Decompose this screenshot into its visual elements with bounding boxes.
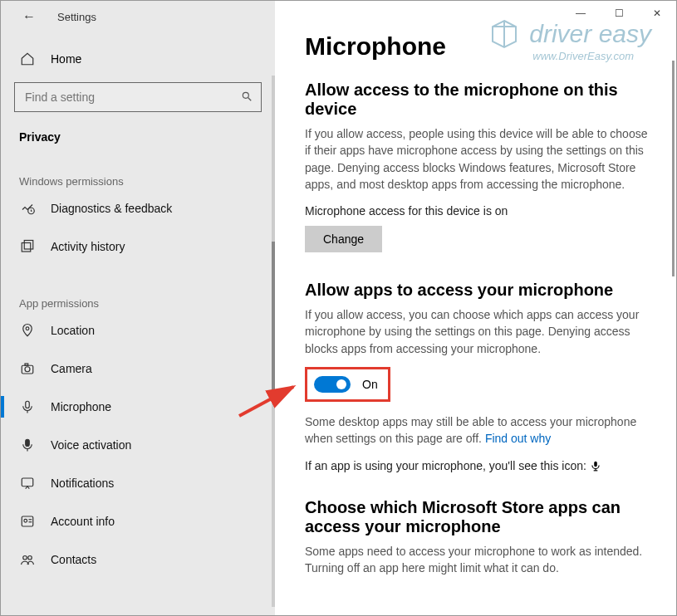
sidebar-item-label: Microphone (51, 400, 111, 413)
section3-heading: Choose which Microsoft Store apps can ac… (305, 498, 656, 536)
diagnostics-icon (19, 201, 36, 216)
svg-rect-9 (26, 401, 30, 408)
toggle-knob (336, 379, 346, 389)
window-title: Settings (57, 11, 96, 23)
section1-status: Microphone access for this device is on (305, 204, 656, 218)
sidebar: ← Settings Home Privacy Windows permissi… (1, 1, 275, 615)
sidebar-current-section: Privacy (1, 130, 275, 144)
svg-rect-4 (24, 241, 33, 250)
sidebar-item-label: Diagnostics & feedback (51, 202, 172, 215)
svg-rect-11 (26, 439, 30, 446)
svg-point-18 (23, 556, 27, 560)
sidebar-item-location[interactable]: Location (1, 311, 275, 350)
section3-body: Some apps need to access your microphone… (305, 543, 656, 577)
section2-note: Some desktop apps may still be able to a… (305, 413, 656, 447)
sidebar-item-label: Voice activation (51, 438, 131, 452)
page-title: Microphone (305, 32, 656, 61)
search-box[interactable] (14, 82, 262, 112)
search-icon (241, 90, 253, 105)
sidebar-item-label: Camera (51, 362, 92, 375)
sidebar-item-diagnostics[interactable]: Diagnostics & feedback (1, 189, 275, 227)
section2-heading: Allow apps to access your microphone (305, 281, 656, 300)
allow-apps-toggle[interactable] (314, 376, 351, 393)
home-icon (19, 51, 36, 66)
sidebar-item-microphone[interactable]: Microphone (1, 388, 275, 426)
group-windows-permissions: Windows permissions (1, 175, 275, 188)
group-app-permissions: App permissions (1, 297, 275, 310)
history-icon (19, 239, 36, 254)
sidebar-item-activity-history[interactable]: Activity history (1, 227, 275, 266)
toggle-state-label: On (362, 378, 378, 391)
search-input[interactable] (23, 90, 241, 105)
find-out-why-link[interactable]: Find out why (485, 432, 551, 445)
svg-line-1 (248, 97, 252, 100)
sidebar-item-notifications[interactable]: Notifications (1, 464, 275, 502)
change-button[interactable]: Change (305, 226, 382, 252)
microphone-icon (19, 399, 36, 414)
sidebar-item-label: Activity history (51, 240, 125, 253)
svg-rect-3 (22, 243, 31, 252)
content-scrollbar[interactable] (672, 61, 675, 276)
svg-point-19 (28, 556, 32, 560)
camera-icon (19, 361, 36, 376)
svg-point-15 (24, 519, 27, 522)
inuse-text: If an app is using your microphone, you'… (305, 459, 586, 472)
sidebar-home[interactable]: Home (1, 41, 275, 77)
svg-point-5 (26, 327, 29, 330)
location-icon (19, 323, 36, 338)
svg-rect-8 (25, 364, 28, 365)
contacts-icon (19, 552, 36, 567)
section1-body: If you allow access, people using this d… (305, 125, 656, 193)
notifications-icon (19, 476, 36, 491)
microphone-inuse-icon (590, 459, 601, 475)
sidebar-item-camera[interactable]: Camera (1, 350, 275, 388)
sidebar-item-voice-activation[interactable]: Voice activation (1, 426, 275, 464)
svg-rect-13 (22, 478, 33, 486)
account-icon (19, 514, 36, 529)
sidebar-home-label: Home (51, 52, 81, 66)
titlebar: ← Settings (1, 1, 275, 32)
sidebar-item-label: Contacts (51, 553, 96, 566)
back-icon[interactable]: ← (19, 6, 39, 27)
svg-rect-20 (594, 461, 597, 466)
sidebar-item-account-info[interactable]: Account info (1, 502, 275, 540)
note-text: Some desktop apps may still be able to a… (305, 415, 636, 445)
svg-point-0 (243, 92, 248, 98)
content-pane: — ☐ ✕ driver easy www.DriverEasy.com Mic… (275, 1, 676, 615)
sidebar-item-label: Notifications (51, 477, 114, 490)
toggle-highlight: On (305, 367, 390, 402)
svg-point-7 (25, 367, 30, 372)
section1-heading: Allow access to the microphone on this d… (305, 81, 656, 119)
voice-icon (19, 438, 36, 452)
section2-body: If you allow access, you can choose whic… (305, 306, 656, 357)
sidebar-item-contacts[interactable]: Contacts (1, 540, 275, 579)
section2-inuse: If an app is using your microphone, you'… (305, 459, 656, 475)
sidebar-item-label: Location (51, 324, 95, 337)
sidebar-item-label: Account info (51, 515, 115, 528)
